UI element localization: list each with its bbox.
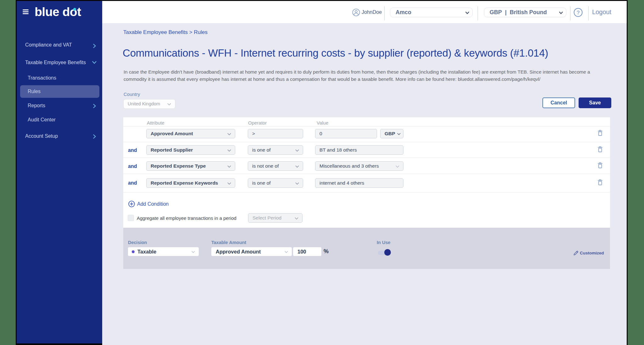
svg-text:?: ? — [577, 10, 580, 16]
